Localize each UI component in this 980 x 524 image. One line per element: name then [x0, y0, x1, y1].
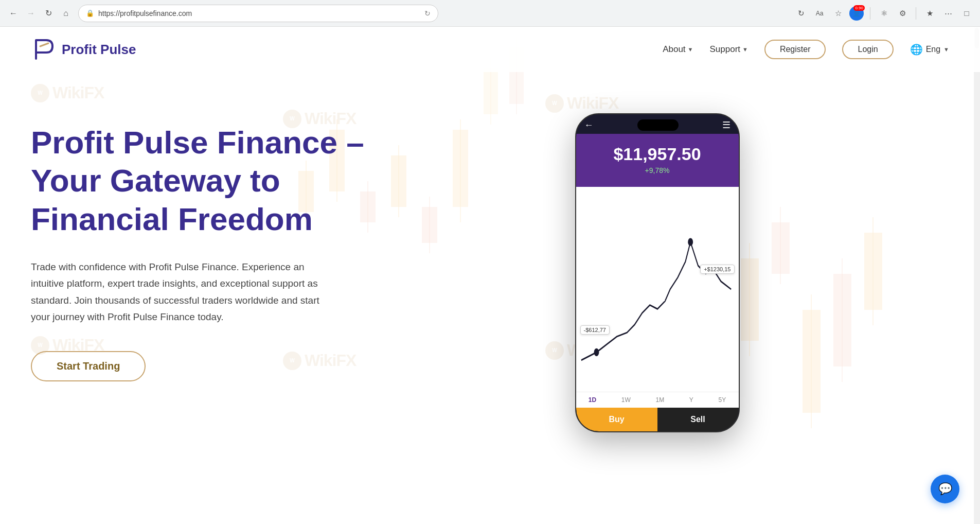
home-button[interactable]: ⌂	[59, 6, 73, 21]
login-button[interactable]: Login	[842, 40, 893, 59]
svg-point-30	[594, 348, 599, 356]
reload-icon: ↻	[424, 9, 431, 18]
support-dropdown-arrow: ▼	[742, 46, 748, 53]
phone-mockup: ← ☰ $11,957.50 +9,78%	[575, 113, 740, 432]
phone-chart-svg	[576, 187, 739, 392]
forward-button[interactable]: →	[24, 6, 38, 21]
hero-left: Profit Pulse Finance – Your Gateway to F…	[31, 103, 365, 381]
phone-actions: Buy Sell	[576, 408, 739, 431]
reload-action-button[interactable]: ↻	[794, 6, 808, 21]
logo-link[interactable]: Profit Pulse	[31, 36, 136, 63]
language-text: Eng	[926, 45, 940, 54]
settings-button[interactable]: ⚙	[895, 6, 910, 21]
nav-support[interactable]: Support ▼	[709, 44, 747, 55]
timeframe-y[interactable]: Y	[686, 395, 697, 405]
lang-dropdown-arrow: ▼	[943, 46, 949, 53]
phone-sell-button[interactable]: Sell	[657, 408, 739, 431]
phone-buy-button[interactable]: Buy	[576, 408, 657, 431]
phone-menu-icon: ☰	[722, 119, 730, 131]
divider	[870, 7, 870, 20]
page-wrapper: W WikiFX W WikiFX W WikiFX W WikiFX W Wi…	[0, 27, 980, 524]
phone-header-bar: ← ☰	[576, 114, 739, 134]
phone-back-icon: ←	[584, 120, 594, 131]
refresh-button[interactable]: ↻	[41, 6, 56, 21]
notification-badge: 0.90	[853, 5, 865, 11]
address-bar[interactable]: 🔒 https://profitpulsefinance.com ↻	[78, 5, 438, 22]
favorites-button[interactable]: ★	[922, 6, 937, 21]
phone-screen: ← ☰ $11,957.50 +9,78%	[576, 114, 739, 431]
divider2	[916, 7, 916, 20]
globe-icon: 🌐	[910, 43, 923, 56]
phone-notch	[637, 119, 679, 131]
nav-about[interactable]: About ▼	[663, 44, 693, 55]
language-selector[interactable]: 🌐 Eng ▼	[910, 43, 949, 56]
about-dropdown-arrow: ▼	[688, 46, 693, 53]
nav-links: About ▼ Support ▼ Register Login 🌐 Eng ▼	[663, 40, 949, 59]
browser-chrome: ← → ↻ ⌂ 🔒 https://profitpulsefinance.com…	[0, 0, 980, 27]
register-button[interactable]: Register	[764, 40, 826, 59]
hero-section: Profit Pulse Finance – Your Gateway to F…	[0, 72, 980, 494]
svg-point-29	[688, 238, 693, 246]
chat-icon: 💬	[938, 482, 952, 496]
split-view-button[interactable]: □	[959, 6, 974, 21]
chart-label-low: -$612,77	[580, 325, 610, 335]
chart-label-high: +$1230,15	[700, 265, 734, 274]
phone-balance-change: +9,78%	[584, 166, 730, 174]
more-button[interactable]: ⋯	[941, 6, 955, 21]
start-trading-button[interactable]: Start Trading	[31, 351, 146, 381]
hero-description: Trade with confidence with Profit Pulse …	[31, 259, 329, 325]
timeframe-5y[interactable]: 5Y	[715, 395, 729, 405]
hero-right: ← ☰ $11,957.50 +9,78%	[365, 103, 949, 432]
timeframe-1d[interactable]: 1D	[585, 395, 599, 405]
chat-bubble-button[interactable]: 💬	[931, 475, 959, 503]
logo-icon	[31, 36, 58, 63]
profile-badge[interactable]: 👤 0.90	[849, 6, 864, 21]
hero-title: Profit Pulse Finance – Your Gateway to F…	[31, 124, 365, 238]
reader-mode-button[interactable]: Aa	[812, 6, 827, 21]
timeframe-1m[interactable]: 1M	[652, 395, 667, 405]
lock-icon: 🔒	[86, 9, 94, 17]
bookmark-button[interactable]: ☆	[831, 6, 845, 21]
phone-timeframes: 1D 1W 1M Y 5Y	[576, 392, 739, 408]
extensions-button[interactable]: ⚛	[877, 6, 891, 21]
logo-text: Profit Pulse	[62, 43, 136, 56]
nav-buttons: ← → ↻ ⌂	[6, 6, 73, 21]
url-text: https://profitpulsefinance.com	[98, 9, 420, 18]
phone-balance-area: $11,957.50 +9,78%	[576, 134, 739, 187]
timeframe-1w[interactable]: 1W	[618, 395, 634, 405]
browser-actions: ↻ Aa ☆ 👤 0.90 ⚛ ⚙ ★ ⋯ □	[794, 6, 974, 21]
back-button[interactable]: ←	[6, 6, 21, 21]
phone-chart-area: +$1230,15 -$612,77	[576, 187, 739, 392]
navbar: Profit Pulse About ▼ Support ▼ Register …	[0, 27, 980, 72]
phone-balance-value: $11,957.50	[584, 144, 730, 164]
